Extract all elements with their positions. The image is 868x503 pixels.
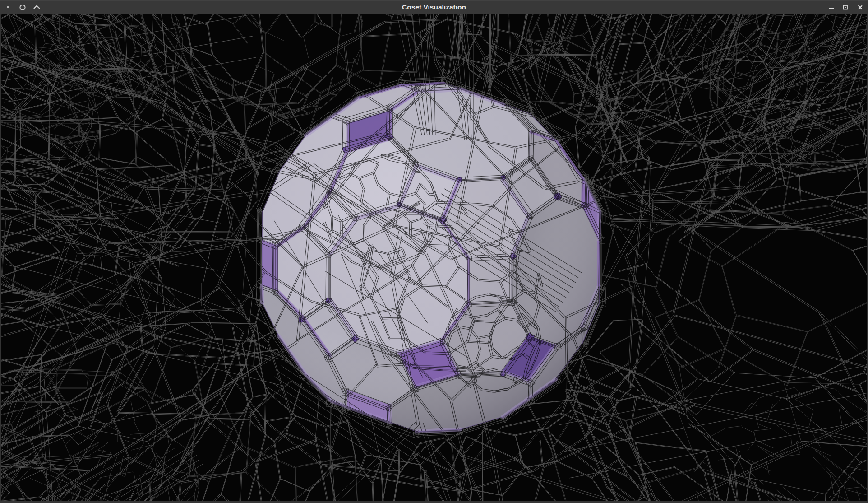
- svg-text:Coset Visualization: Coset Visualization: [402, 3, 466, 11]
